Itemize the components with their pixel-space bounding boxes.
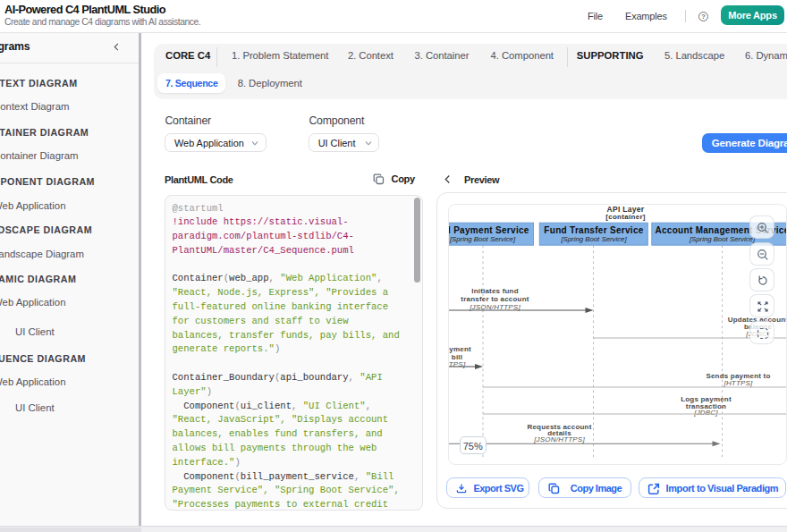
svg-text:Submits payment: Submits payment: [449, 345, 471, 353]
svg-text:Initiates fund: Initiates fund: [471, 286, 519, 294]
svg-text:[HTTPS]: [HTTPS]: [723, 378, 753, 386]
svg-text:[container]: [container]: [605, 213, 646, 221]
svg-text:[Spring Boot Service]: [Spring Boot Service]: [560, 235, 627, 243]
svg-text:[JDBC]: [JDBC]: [693, 409, 718, 417]
svg-text:[JSON/HTTPS]: [JSON/HTTPS]: [533, 435, 585, 443]
svg-text:[Spring Boot Service]: [Spring Boot Service]: [449, 235, 516, 243]
svg-text:[Spring Boot Service]: [Spring Boot Service]: [688, 235, 755, 243]
svg-text:Bill Payment Service: Bill Payment Service: [449, 224, 529, 234]
svg-text:transfer to account: transfer to account: [461, 295, 529, 303]
svg-text:Fund Transfer Service: Fund Transfer Service: [544, 224, 643, 234]
